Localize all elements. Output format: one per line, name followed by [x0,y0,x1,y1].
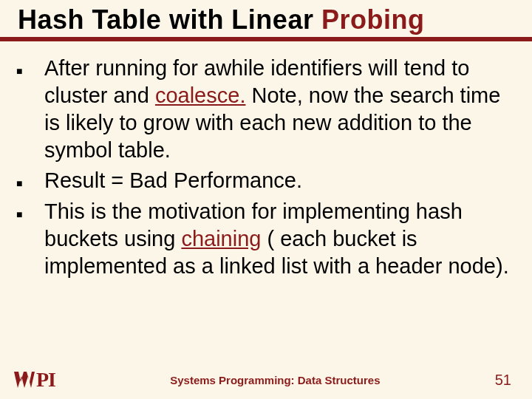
bullet-accent: chaining [181,227,261,250]
logo-text: PI [36,368,55,392]
title-band: Hash Table with Linear Probing [0,0,532,41]
slide-title: Hash Table with Linear Probing [18,4,523,35]
bullet-item: ■ After running for awhile identifiers w… [16,55,516,164]
bullet-text: Result = Bad Performance. [44,167,516,194]
bullet-pre: Result = Bad Performance. [44,168,302,192]
bullet-marker-icon: ■ [16,198,44,220]
bullet-text: After running for awhile identifiers wil… [44,55,516,164]
bullet-accent: coalesce. [155,83,246,107]
content-area: ■ After running for awhile identifiers w… [0,41,532,280]
bullet-text: This is the motivation for implementing … [44,198,516,280]
footer-text: Systems Programming: Data Structures [55,374,495,386]
page-number: 51 [495,372,516,389]
bullet-marker-icon: ■ [16,55,44,77]
footer: PI Systems Programming: Data Structures … [0,368,532,392]
bullet-item: ■ This is the motivation for implementin… [16,198,516,280]
title-accent: Probing [321,4,424,35]
w-logo-icon [13,370,35,389]
bullet-marker-icon: ■ [16,167,44,189]
title-pre: Hash Table with Linear [18,4,321,35]
wpi-logo: PI [13,368,55,392]
bullet-item: ■ Result = Bad Performance. [16,167,516,194]
